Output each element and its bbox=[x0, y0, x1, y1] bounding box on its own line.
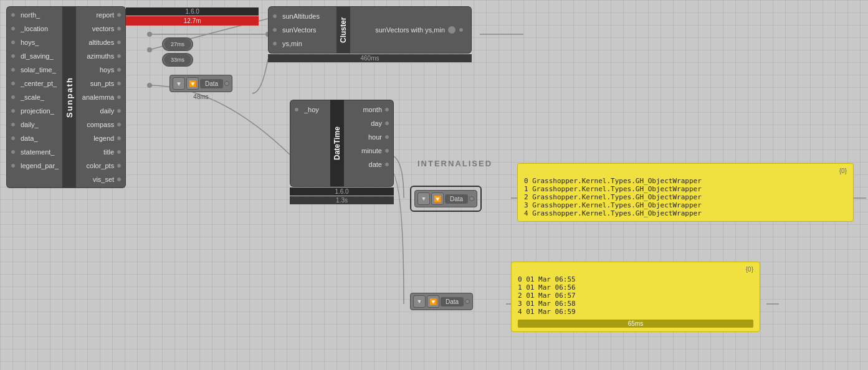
port-out-compass bbox=[117, 122, 122, 127]
input-statement: statement_ bbox=[7, 145, 62, 159]
data-comp-bottom: 33ms bbox=[162, 53, 193, 67]
port-out-altitudes bbox=[117, 40, 122, 45]
output-analemma: analemma bbox=[76, 90, 125, 104]
output-title: title bbox=[76, 145, 125, 159]
dt-output-month: month bbox=[344, 103, 393, 116]
lower-data-panel: {0} 0 01 Mar 06:55 1 01 Mar 06:56 2 01 M… bbox=[511, 262, 760, 332]
lower-data-label: Data bbox=[441, 297, 464, 306]
output-color-pts: color_pts bbox=[76, 159, 125, 173]
sunpath-version: 1.6.0 bbox=[126, 7, 259, 16]
output-vis-set: vis_set bbox=[76, 173, 125, 186]
output-legend: legend bbox=[76, 131, 125, 145]
port-hoys bbox=[11, 40, 16, 45]
port-dt-month bbox=[384, 107, 389, 112]
sunpath-timing: 12.7m bbox=[126, 16, 259, 26]
intern-row-1: 1 Grasshopper.Kernel.Types.GH_ObjectWrap… bbox=[524, 185, 847, 193]
data-label: Data bbox=[200, 79, 223, 88]
output-compass: compass bbox=[76, 118, 125, 131]
port-scale bbox=[11, 95, 16, 100]
data-funnel-btn[interactable]: 🔽 bbox=[186, 77, 199, 90]
datetime-timing: 1.3s bbox=[290, 196, 394, 204]
port-out-report bbox=[117, 12, 122, 17]
data-comp-top: 27ms bbox=[162, 37, 193, 51]
port-cluster-ys bbox=[272, 41, 277, 46]
input-data: data_ bbox=[7, 131, 62, 145]
input-projection: projection_ bbox=[7, 104, 62, 118]
intern-row-0: 0 Grasshopper.Kernel.Types.GH_ObjectWrap… bbox=[524, 177, 847, 185]
cluster-node: sunAltitudes sunVectors ys,min Cluster s… bbox=[268, 6, 472, 62]
datetime-version: 1.6.0 bbox=[290, 187, 394, 196]
intern-row-3: 3 Grasshopper.Kernel.Types.GH_ObjectWrap… bbox=[524, 201, 847, 209]
output-azimuths: azimuths bbox=[76, 49, 125, 63]
datetime-node: _hoy DateTime month day hour minute bbox=[290, 100, 394, 204]
lower-row-0: 0 01 Mar 06:55 bbox=[518, 275, 753, 283]
intern-row-4: 4 Grasshopper.Kernel.Types.GH_ObjectWrap… bbox=[524, 209, 847, 217]
cluster-input-ysmin: ys,min bbox=[269, 37, 336, 50]
cluster-output: sunVectors with ys,min bbox=[354, 23, 467, 37]
cluster-input-vectors: sunVectors bbox=[269, 23, 336, 37]
output-report: report bbox=[76, 8, 125, 22]
input-scale: _scale_ bbox=[7, 90, 62, 104]
cluster-input-altitudes: sunAltitudes bbox=[269, 9, 336, 23]
sunpath-label: Sunpath bbox=[62, 6, 76, 188]
port-legend-par bbox=[11, 163, 16, 168]
lower-badge: {0} bbox=[518, 266, 753, 273]
lower-row-2: 2 01 Mar 06:57 bbox=[518, 292, 753, 300]
port-statement bbox=[11, 149, 16, 154]
input-north: north_ bbox=[7, 8, 62, 22]
data-comp-main: ▼ 🔽 Data 48ms bbox=[169, 75, 232, 100]
datetime-label: DateTime bbox=[330, 100, 344, 187]
lower-row-3: 3 01 Mar 06:58 bbox=[518, 300, 753, 308]
lower-row-1: 1 01 Mar 06:56 bbox=[518, 283, 753, 292]
port-solar-time bbox=[11, 67, 16, 72]
input-dl-saving: dl_saving_ bbox=[7, 49, 62, 63]
port-out-vis-set bbox=[117, 177, 122, 182]
port-dt-hour bbox=[384, 135, 389, 140]
lower-filter-btn[interactable]: ▼ bbox=[413, 295, 426, 308]
intern-filter-btn[interactable]: ▼ bbox=[417, 192, 430, 205]
port-data bbox=[11, 136, 16, 141]
data-filter-btn[interactable]: ▼ bbox=[173, 77, 185, 90]
output-altitudes: altitudes bbox=[76, 36, 125, 49]
intern-badge: {0} bbox=[524, 168, 847, 174]
sunpath-node: north_ _location hoys_ dl_saving_ solar_… bbox=[6, 6, 159, 188]
lower-funnel-btn[interactable]: 🔽 bbox=[427, 295, 439, 308]
port-location bbox=[11, 26, 16, 31]
port-cluster-alt bbox=[272, 14, 277, 19]
intern-funnel-btn[interactable]: 🔽 bbox=[431, 192, 444, 205]
input-solar-time: solar_time_ bbox=[7, 63, 62, 77]
internalised-panel: {0} 0 Grasshopper.Kernel.Types.GH_Object… bbox=[517, 163, 854, 222]
port-out-title bbox=[117, 149, 122, 154]
port-cluster-vec bbox=[272, 27, 277, 32]
lower-row-4: 4 01 Mar 06:59 bbox=[518, 308, 753, 316]
port-north bbox=[11, 12, 16, 17]
port-projection bbox=[11, 108, 16, 113]
port-out-azimuths bbox=[117, 54, 122, 59]
lower-port bbox=[465, 299, 470, 304]
output-vectors: vectors bbox=[76, 22, 125, 36]
dt-output-minute: minute bbox=[344, 144, 393, 158]
input-hoys: hoys_ bbox=[7, 36, 62, 49]
port-out-vectors bbox=[117, 26, 122, 31]
port-out-sun-pts bbox=[117, 81, 122, 86]
cluster-label: Cluster bbox=[336, 6, 350, 54]
dt-output-day: day bbox=[344, 116, 393, 130]
internalised-label: INTERNALISED bbox=[417, 159, 492, 168]
input-legend-par: legend_par_ bbox=[7, 159, 62, 173]
port-out-analemma bbox=[117, 95, 122, 100]
datetime-input-hoy: _hoy bbox=[290, 103, 330, 116]
dt-output-date: date bbox=[344, 158, 393, 171]
data-port bbox=[224, 81, 229, 86]
port-out-color-pts bbox=[117, 163, 122, 168]
port-out-daily bbox=[117, 108, 122, 113]
lower-data-comp: ▼ 🔽 Data bbox=[410, 293, 473, 310]
port-dl-saving bbox=[11, 54, 16, 59]
output-daily: daily bbox=[76, 104, 125, 118]
port-daily bbox=[11, 122, 16, 127]
input-daily: daily_ bbox=[7, 118, 62, 131]
intern-row-2: 2 Grasshopper.Kernel.Types.GH_ObjectWrap… bbox=[524, 193, 847, 201]
dt-output-hour: hour bbox=[344, 130, 393, 144]
port-center-pt bbox=[11, 81, 16, 86]
port-dt-minute bbox=[384, 148, 389, 153]
lower-timing: 65ms bbox=[518, 320, 753, 328]
